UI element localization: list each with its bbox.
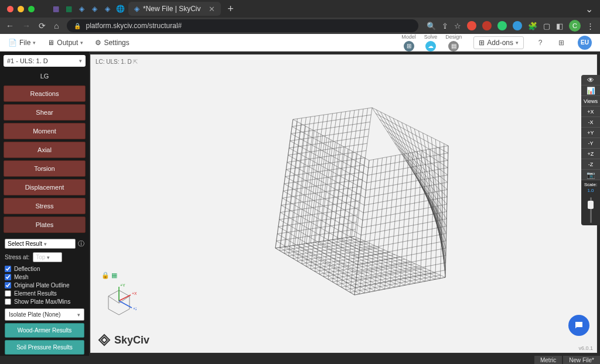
chevron-down-icon[interactable]: ⌄ [585,4,593,15]
view-btn-minus-y[interactable]: -Y [581,138,600,149]
view-btn-camera[interactable]: 📷 [581,170,600,180]
status-bar: Metric New File* [0,356,600,364]
mesh-rendering [179,102,507,348]
reactions-button[interactable]: Reactions [4,85,86,102]
checkbox-input[interactable] [5,290,11,297]
share-icon[interactable]: ⇪ [442,22,448,30]
stress-button[interactable]: Stress [4,198,86,214]
torsion-button[interactable]: Torsion [4,160,86,177]
user-avatar[interactable]: EU [578,36,592,50]
lg-label: LG [4,69,86,83]
axis-orientation-widget[interactable]: +X +Y +Z [101,283,137,318]
view-btn-chart[interactable]: 📊 [581,85,600,96]
view-btn-minus-x[interactable]: -X [581,117,600,128]
scale-slider[interactable] [581,195,600,225]
app-tab-icon[interactable]: ◈ [103,4,112,13]
bookmark-icon[interactable]: ☆ [454,22,461,30]
design-mode[interactable]: Design▤ [445,34,462,51]
app-tab-icon[interactable]: 🌐 [115,4,125,13]
shear-button[interactable]: Shear [4,104,86,121]
soil-pressure-button[interactable]: Soil Pressure Results [5,340,84,355]
new-tab-button[interactable]: + [224,3,236,15]
checkbox-mesh[interactable]: Mesh [5,274,84,280]
chevron-down-icon: ▾ [516,40,519,46]
load-combo-select[interactable]: #1 - ULS: 1. D ▾ [4,55,86,67]
output-menu[interactable]: 🖥 Output ▾ [47,39,83,47]
back-button[interactable]: ← [6,21,14,30]
chevron-down-icon: ▾ [33,40,36,46]
wood-armer-button[interactable]: Wood-Armer Results [5,323,84,338]
file-menu[interactable]: 📄 File ▾ [8,39,36,47]
app-tab-icon[interactable]: ◈ [90,4,99,13]
app-tab-icon[interactable]: ▦ [64,4,73,13]
units-indicator[interactable]: Metric [534,356,562,364]
checkbox-input[interactable] [5,282,11,289]
checkbox-input[interactable] [5,266,11,272]
chat-support-button[interactable] [568,315,589,336]
address-bar[interactable]: 🔒 platform.skyciv.com/structural# [67,19,418,32]
minimize-window[interactable] [18,6,24,12]
axial-button[interactable]: Axial [4,142,86,158]
profile-avatar[interactable]: C [569,20,581,32]
cast-icon[interactable]: ▢ [543,22,550,30]
chevron-down-icon: ▾ [77,312,80,318]
checkbox-deflection[interactable]: Deflection [5,266,84,272]
select-result-dropdown[interactable]: Select Result ▾ [5,239,76,249]
help-icon[interactable]: ? [536,38,545,47]
checkbox-input[interactable] [5,274,11,280]
close-tab-icon[interactable]: ✕ [209,5,215,13]
maximize-window[interactable] [28,6,35,12]
filename-indicator[interactable]: New File* [563,356,600,364]
view-lock-icons[interactable]: 🔒 ▦ [101,272,117,279]
checkbox-element-results[interactable]: Element Results [5,290,84,297]
extension-icon[interactable] [482,21,492,30]
settings-menu[interactable]: ⚙ Settings [95,39,129,47]
home-button[interactable]: ⌂ [54,21,59,30]
app-tab-icon[interactable]: ◈ [77,4,86,13]
browser-toolbar: ← → ⟳ ⌂ 🔒 platform.skyciv.com/structural… [0,18,600,34]
addons-button[interactable]: ⊞ Add-ons ▾ [473,36,524,49]
checkbox-show-plate-max/mins[interactable]: Show Plate Max/Mins [5,298,84,305]
url-text: platform.skyciv.com/structural# [86,22,182,30]
extensions-menu-icon[interactable]: 🧩 [528,22,537,30]
isolate-plate-dropdown[interactable]: Isolate Plate (None) ▾ [5,308,84,321]
sidepanel-icon[interactable]: ◧ [556,22,563,30]
close-window[interactable] [7,6,13,12]
view-btn-plus-z[interactable]: +Z [581,149,600,159]
checkbox-original-plate-outline[interactable]: Original Plate Outline [5,282,84,289]
forward-button[interactable]: → [22,21,30,30]
browser-tab-active[interactable]: ◈ *New File | SkyCiv ✕ [128,2,221,16]
chevron-down-icon: ▾ [80,40,83,46]
traffic-lights [7,6,35,12]
extension-icon[interactable] [467,21,476,30]
extension-icon[interactable] [497,21,507,30]
viewport-3d[interactable]: LC: ULS: 1. D ⇱ 🔒 ▦ +X +Y +Z SkyCiv v6.0… [90,54,597,353]
reload-button[interactable]: ⟳ [39,21,46,30]
solve-mode[interactable]: Solve☁ [424,34,438,51]
plates-button[interactable]: Plates [4,217,86,233]
view-btn-plus-y[interactable]: +Y [581,128,600,138]
apps-icon[interactable]: ⊞ [557,38,566,47]
view-btn-plus-x[interactable]: +X [581,107,600,117]
svg-line-8 [119,301,132,308]
search-icon[interactable]: 🔍 [427,22,436,30]
monitor-icon: 🖥 [47,39,54,47]
browser-menu-icon[interactable]: ⋮ [587,22,594,30]
extension-icon[interactable] [513,21,522,30]
checkbox-input[interactable] [5,298,11,305]
moment-button[interactable]: Moment [4,123,86,139]
svg-text:+X: +X [132,291,137,296]
app-tab-icon[interactable]: ▦ [51,4,60,13]
file-icon: 📄 [8,39,17,47]
stress-at-dropdown[interactable]: Top ▾ [33,252,62,262]
browser-titlebar: ▦ ▦ ◈ ◈ ◈ 🌐 ◈ *New File | SkyCiv ✕ + ⌄ [0,0,600,18]
info-icon[interactable]: ⓘ [78,239,84,248]
svg-text:+Y: +Y [120,283,125,287]
view-btn-views[interactable]: Views [581,96,600,107]
view-btn-eye[interactable]: 👁 [581,75,600,85]
grid-icon: ⊞ [479,39,485,47]
view-btn-minus-z[interactable]: -Z [581,159,600,170]
model-mode[interactable]: Model⊞ [401,34,416,51]
svg-text:+Z: +Z [133,307,137,311]
displacement-button[interactable]: Displacement [4,179,86,195]
